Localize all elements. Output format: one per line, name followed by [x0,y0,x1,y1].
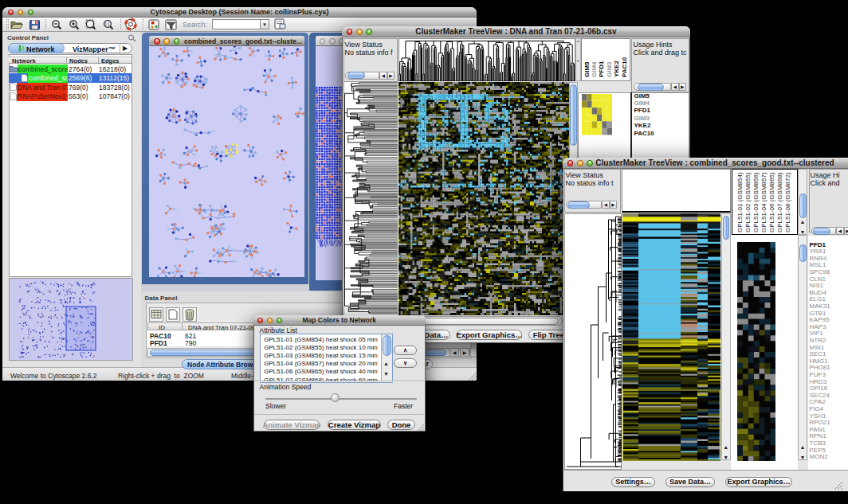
svg-text:1:1: 1:1 [105,22,111,26]
